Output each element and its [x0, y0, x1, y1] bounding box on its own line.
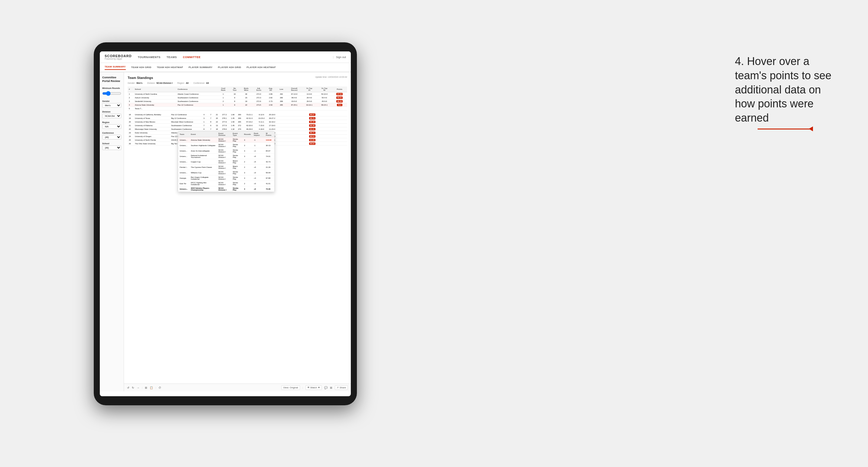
sign-out-button[interactable]: Sign out: [336, 56, 346, 59]
cell-conference: Mountain West Conference: [170, 120, 200, 124]
popup-type: Stroke Play: [231, 170, 243, 176]
cell-adj-score: 277.6: [220, 120, 229, 124]
gender-select[interactable]: Men's: [102, 103, 121, 108]
cell-school: University of Oregon: [134, 134, 170, 138]
tablet-shell: SCOREBOARD Powered by clippd TOURNAMENTS…: [94, 42, 357, 405]
copy-icon[interactable]: ⊞: [145, 386, 147, 389]
cell-conf-rank: 2: [217, 99, 229, 103]
popup-rank-impact: +5: [252, 154, 264, 159]
popup-header-row: Team Event Event Division Event Type Rou…: [178, 131, 274, 137]
cell-points[interactable]: 97.02: [332, 92, 347, 96]
cell-points[interactable]: 93.31: [332, 96, 347, 99]
cell-adj-score: 277.2: [220, 113, 229, 117]
popup-row: Univers... Williams Cup NCAA Division I …: [178, 170, 274, 176]
cell-vs25: 29-4-0: [302, 96, 317, 99]
points-badge[interactable]: 97.02: [336, 93, 343, 95]
popup-division: NCAA Division I: [217, 186, 231, 192]
cell-rank: 22: [128, 127, 134, 131]
points-badge[interactable]: 88.07: [309, 114, 315, 116]
cell-conference: Pac-12 Conference: [176, 103, 217, 107]
cell-points[interactable]: 83.41: [277, 127, 347, 131]
region-select[interactable]: N/A: [102, 124, 121, 129]
min-rounds-slider[interactable]: [102, 90, 121, 97]
popup-team: Georgia: [178, 176, 189, 181]
popup-col-rounds: Rounds: [243, 131, 252, 137]
hover-popup: Team Event Event Division Event Type Rou…: [178, 131, 275, 192]
school-select[interactable]: (All): [102, 146, 121, 150]
tab-team-summary[interactable]: TEAM SUMMARY: [105, 65, 126, 70]
cell-bnds-wins: 22: [240, 103, 252, 107]
watch-button[interactable]: 👁 Watch ▼: [306, 385, 322, 390]
grid-icon[interactable]: ⊞: [330, 386, 332, 389]
points-badge[interactable]: 88.48: [309, 124, 315, 127]
tab-team-h2h-heatmap[interactable]: TEAM H2H HEATMAP: [157, 65, 183, 69]
conference-select[interactable]: (All): [102, 135, 121, 139]
popup-points: 30-13: [264, 143, 274, 148]
col-conference: Conference: [176, 87, 217, 92]
cell-points[interactable]: 86.30: [332, 99, 347, 103]
sidebar-min-rounds: Minimum Rounds: [102, 87, 121, 97]
popup-points: 21.26: [264, 164, 274, 170]
points-badge[interactable]: 88.94: [309, 143, 315, 145]
points-badge[interactable]: 93.31: [336, 96, 343, 99]
cell-points[interactable]: 88.49: [277, 120, 347, 124]
nav-teams[interactable]: TEAMS: [167, 55, 177, 59]
points-badge[interactable]: 83.41: [309, 128, 315, 130]
cell-vs50: 11-23-0: [267, 127, 277, 131]
points-badge-active[interactable]: 79.5: [337, 104, 342, 106]
cell-no-tour: 7: [208, 113, 214, 117]
cell-points[interactable]: 83.89: [277, 138, 347, 142]
tab-player-h2h-grid[interactable]: PLAYER H2H GRID: [218, 65, 241, 69]
tab-player-summary[interactable]: PLAYER SUMMARY: [188, 65, 212, 69]
cell-conf-rank: 4: [200, 113, 208, 117]
cell-overall: 57-23-2: [243, 120, 256, 124]
cell-adj-score: 273.5: [252, 103, 265, 107]
share-button[interactable]: ↗ Share: [335, 385, 348, 390]
clock-icon[interactable]: ⏱: [158, 386, 161, 389]
cell-low: 260: [276, 96, 287, 99]
sidebar-gender: Gender Men's: [102, 100, 121, 108]
view-original-button[interactable]: View: Original: [281, 385, 300, 390]
cell-points[interactable]: 88.07: [277, 113, 347, 117]
points-badge[interactable]: 88.70: [309, 117, 315, 120]
cell-school: University of Texas: [134, 117, 170, 120]
points-badge[interactable]: 88.49: [309, 121, 315, 123]
popup-col-type: Event Type: [231, 131, 243, 137]
nav-tournaments[interactable]: TOURNAMENTS: [137, 55, 160, 59]
filter-conference: Conference: All: [193, 82, 209, 84]
division-select[interactable]: NCAA Division I: [102, 114, 121, 118]
cell-points[interactable]: 88.71: [277, 131, 347, 134]
sidebar-school: School (All): [102, 143, 121, 150]
bottom-toolbar: ↺ ↻ → | ⊞ 📋 | ⏱ View: Original | 👁 Watch…: [124, 383, 351, 392]
popup-col-team: Team: [178, 131, 189, 137]
forward-icon[interactable]: →: [137, 386, 140, 389]
paste-icon[interactable]: 📋: [150, 386, 153, 389]
points-badge[interactable]: 88.54: [309, 135, 315, 137]
redo-icon[interactable]: ↻: [132, 386, 134, 389]
cell-no-tour: 9: [229, 103, 240, 107]
comment-icon[interactable]: 💬: [324, 386, 328, 389]
points-badge[interactable]: 83.89: [309, 139, 315, 141]
cell-adj-score: 277.9: [220, 124, 229, 127]
tab-team-h2h-grid[interactable]: TEAM H2H GRID: [131, 65, 152, 69]
update-time: Update time: 13/03/2024 10:03:42: [315, 76, 347, 78]
cell-points[interactable]: 88.48: [277, 124, 347, 127]
cell-rank: 21: [128, 124, 134, 127]
points-badge[interactable]: 86.30: [336, 100, 343, 102]
cell-points[interactable]: 88.54: [277, 134, 347, 138]
popup-rank-impact: +3: [252, 176, 264, 181]
popup-team: Univers...: [178, 159, 189, 164]
popup-rank-impact: +5: [252, 159, 264, 164]
cell-vs25: 13-9-0: [302, 92, 317, 96]
points-badge[interactable]: 88.71: [309, 131, 315, 134]
undo-icon[interactable]: ↺: [127, 386, 129, 389]
sidebar-conference: Conference (All): [102, 132, 121, 139]
col-rank: #: [128, 87, 134, 92]
cell-points[interactable]: 79.5: [332, 103, 347, 107]
popup-col-division: Event Division: [217, 131, 231, 137]
cell-points[interactable]: 88.94: [277, 142, 347, 146]
tab-player-h2h-heatmap[interactable]: PLAYER H2H HEATMAP: [247, 65, 276, 69]
cell-points[interactable]: 88.70: [277, 117, 347, 120]
nav-committee[interactable]: COMMITTEE: [183, 55, 201, 59]
cell-low: 272: [237, 124, 243, 127]
